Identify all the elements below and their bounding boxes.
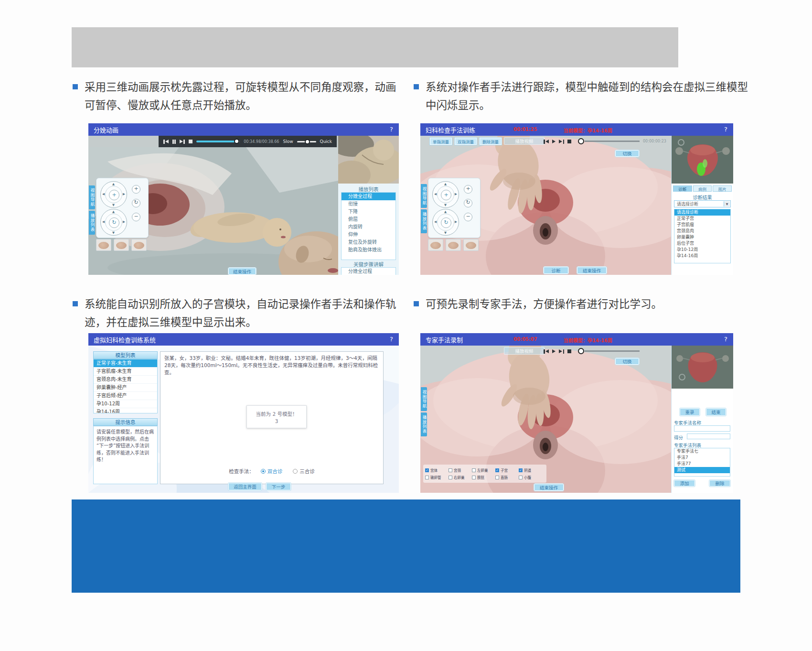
pause-button[interactable] — [172, 139, 176, 144]
arrow-up-icon[interactable]: ▲ — [112, 182, 115, 186]
side-tab[interactable]: 视图导航 — [421, 184, 427, 208]
arrow-down-icon[interactable]: ▼ — [444, 203, 447, 207]
maneuver-list-item[interactable]: 手法77 — [674, 461, 730, 467]
structure-checkbox[interactable]: 输卵管 — [425, 474, 449, 481]
diagnosis-option[interactable]: 卵巢囊肿 — [674, 234, 730, 240]
next-button[interactable] — [559, 139, 564, 144]
pose-thumbnail[interactable] — [131, 239, 147, 251]
structure-checkbox[interactable]: 右卵巢 — [449, 474, 472, 481]
panel-tab[interactable]: 病例 — [693, 185, 712, 192]
model-list-item[interactable]: 宫颈息肉-未生育 — [94, 376, 157, 384]
model-list-item[interactable]: 孕10-12周 — [94, 400, 157, 408]
reset-view-button[interactable]: ↻ — [464, 199, 472, 207]
pose-thumbnail[interactable] — [446, 239, 461, 251]
seek-knob[interactable] — [578, 348, 584, 354]
finish-button[interactable]: 结束 — [706, 408, 726, 416]
prev-button[interactable] — [544, 349, 549, 354]
side-tab[interactable]: 播放列表 — [421, 209, 427, 233]
model-list-item[interactable]: 正常子宫-未生育 — [94, 359, 157, 368]
help-button[interactable]: ? — [390, 336, 393, 343]
delete-button[interactable]: 删除 — [709, 480, 730, 487]
arrow-up-icon[interactable]: ▲ — [444, 182, 447, 186]
diagnosis-option[interactable]: 孕14-16周 — [674, 253, 730, 259]
structure-checkbox[interactable]: 宫颈 — [449, 467, 472, 474]
switch-view-button[interactable]: 切换 — [615, 358, 639, 365]
diagnosis-option[interactable]: 请选择诊断 — [674, 209, 730, 216]
playlist-item[interactable]: 内旋转 — [342, 223, 395, 231]
side-tab[interactable]: 播放列表 — [421, 412, 427, 436]
arrow-down-icon[interactable]: ▼ — [112, 203, 115, 207]
maneuver-name-input[interactable] — [674, 425, 730, 432]
zoom-in-button[interactable]: + — [132, 185, 140, 194]
arrow-left-icon[interactable]: ◀ — [102, 192, 105, 196]
add-button[interactable]: 添加 — [674, 480, 695, 487]
speed-knob[interactable] — [305, 139, 310, 144]
arrow-right-icon[interactable]: ▶ — [123, 220, 125, 224]
seek-knob[interactable] — [234, 139, 239, 144]
diagnosis-option[interactable]: 后位子宫 — [674, 240, 730, 247]
next-button[interactable] — [559, 349, 564, 354]
structure-checkbox[interactable]: 膀胱 — [472, 474, 495, 481]
play-video-button[interactable]: 播放视频 — [504, 137, 545, 145]
structure-checkbox[interactable]: 子宫 — [495, 467, 519, 474]
measure-button[interactable]: 双指测量 — [455, 138, 477, 145]
structure-checkbox[interactable]: 宫体 — [425, 467, 449, 474]
model-list-item[interactable]: 子宫后倾-经产 — [94, 392, 157, 400]
seek-track[interactable] — [585, 350, 640, 352]
playlist-item[interactable]: 下降 — [342, 208, 395, 216]
key-step-item[interactable]: 分娩全过程 — [342, 268, 395, 275]
play-button[interactable] — [552, 139, 556, 144]
playlist-item[interactable]: 仰伸 — [342, 231, 395, 239]
rotate-control[interactable]: ▲ ▼ ◀ ▶ ↻ — [100, 209, 127, 236]
stop-button[interactable] — [567, 139, 571, 144]
playlist-item[interactable]: 胎肩及胎体娩出 — [342, 246, 395, 254]
arrow-down-icon[interactable]: ▼ — [444, 231, 447, 235]
maneuver-list-item[interactable]: 专家手法七 — [674, 448, 730, 455]
structure-checkbox[interactable]: 左卵巢 — [472, 467, 495, 474]
help-button[interactable]: ? — [390, 126, 393, 133]
maneuver-list-item[interactable]: 测试 — [674, 467, 730, 473]
structure-checkbox[interactable]: 阴道 — [519, 467, 542, 474]
zoom-in-button[interactable]: + — [464, 185, 472, 194]
arrow-right-icon[interactable]: ▶ — [123, 192, 125, 196]
side-tab[interactable]: 播放列表 — [89, 211, 95, 235]
stop-button[interactable] — [567, 349, 571, 354]
arrow-up-icon[interactable]: ▲ — [112, 210, 115, 214]
play-video-button[interactable]: 播放视频 — [504, 347, 545, 355]
zoom-out-button[interactable]: − — [132, 213, 140, 221]
seek-slider[interactable] — [196, 141, 240, 142]
pan-control[interactable]: ▲ ▼ ◀ ▶ + — [100, 181, 127, 208]
diagnosis-option[interactable]: 子宫肌瘤 — [674, 222, 730, 228]
re-record-button[interactable]: 重录 — [680, 408, 700, 416]
playlist-item[interactable]: 分娩全过程 — [342, 193, 395, 200]
panel-tab[interactable]: 图片 — [713, 185, 732, 192]
arrow-up-icon[interactable]: ▲ — [444, 210, 447, 214]
pose-thumbnail[interactable] — [463, 239, 479, 251]
arrow-right-icon[interactable]: ▶ — [455, 192, 457, 196]
stop-button[interactable] — [189, 139, 192, 144]
structure-checkbox[interactable]: 直肠 — [495, 474, 519, 481]
playlist-item[interactable]: 复位及外旋转 — [342, 239, 395, 246]
arrow-left-icon[interactable]: ◀ — [434, 192, 437, 196]
arrow-left-icon[interactable]: ◀ — [434, 220, 437, 224]
help-button[interactable]: ? — [724, 126, 727, 133]
model-list-item[interactable]: 子宫肌瘤-未生育 — [94, 368, 157, 376]
diagnosis-select[interactable]: 请选择诊断 ▼ — [674, 200, 731, 207]
arrow-down-icon[interactable]: ▼ — [112, 231, 115, 235]
speed-slider[interactable] — [297, 141, 316, 142]
diagnosis-option[interactable]: 正常子宫 — [674, 216, 730, 222]
end-operation-button[interactable]: 结束操作 — [577, 267, 607, 274]
play-button[interactable] — [552, 349, 556, 354]
arrow-right-icon[interactable]: ▶ — [455, 220, 457, 224]
model-list-item[interactable]: 孕14-16周 — [94, 408, 157, 413]
side-tab[interactable]: 视图导航 — [421, 387, 427, 411]
maneuver-list-item[interactable]: 手法7 — [674, 455, 730, 461]
next-button[interactable] — [180, 139, 185, 144]
method-radio[interactable]: 双合诊 — [261, 467, 283, 475]
rotate-control[interactable]: ▲ ▼ ◀ ▶ ↻ — [432, 209, 459, 236]
end-operation-button[interactable]: 结束操作 — [228, 268, 256, 275]
arrow-left-icon[interactable]: ◀ — [102, 220, 105, 224]
prev-button[interactable] — [544, 139, 549, 144]
back-to-main-button[interactable]: 返回主界面 — [228, 483, 262, 490]
method-radio[interactable]: 三合诊 — [293, 467, 315, 475]
